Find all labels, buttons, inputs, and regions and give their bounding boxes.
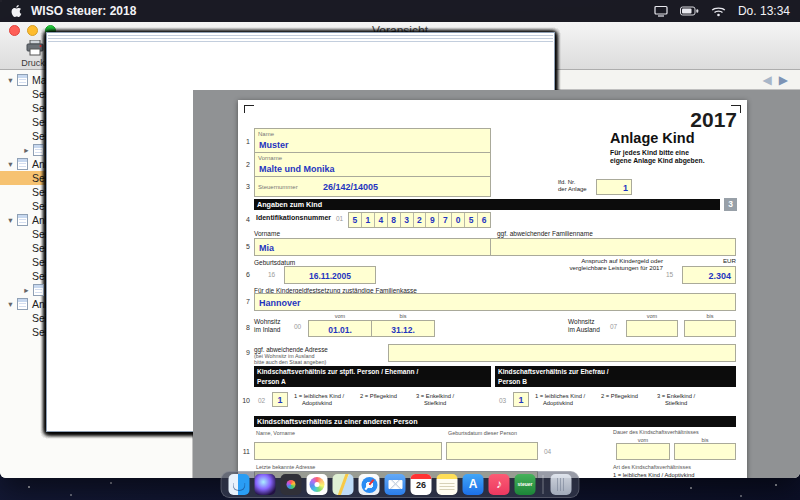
field-label: ggf. abweichender Familienname: [497, 230, 593, 237]
minimize-button[interactable]: [27, 25, 38, 36]
display-status-icon[interactable]: [654, 5, 668, 17]
bis-label: bis: [371, 313, 435, 319]
dock-divider: [543, 475, 544, 494]
field-label: Vorname: [258, 155, 282, 161]
line-number: 1: [238, 138, 250, 145]
line-number: 9: [238, 349, 250, 356]
field-code: 07: [610, 323, 617, 330]
wifi-status-icon[interactable]: [711, 6, 726, 17]
line-number: 10: [238, 397, 250, 404]
printer-icon: [25, 39, 45, 60]
legend: 3 = Enkelkind /: [416, 393, 454, 399]
disclosure-open-icon[interactable]: ▾: [5, 297, 16, 311]
tree-page-item[interactable]: Seite 2: [0, 325, 192, 339]
disclosure-open-icon[interactable]: ▾: [5, 213, 16, 227]
kind-vorname-field[interactable]: Mia: [254, 238, 491, 256]
legend: Adoptivkind: [543, 400, 573, 406]
preview-pane: Anlage Kind: Mia (16.11.2005) Seite 1 ◀ …: [193, 70, 800, 478]
field-label: Dauer des Kindschaftsverhältnisses: [613, 429, 699, 435]
kindergeld-betrag-field[interactable]: 2.304: [682, 266, 736, 284]
field-value: Muster: [259, 140, 289, 150]
inland-vom-field[interactable]: 01.01.: [308, 320, 372, 337]
vom-label: vom: [626, 313, 678, 319]
name-field[interactable]: Name Muster: [254, 128, 491, 153]
line-number: 6: [238, 271, 250, 278]
form-year: 2017: [690, 108, 737, 132]
lfd-field[interactable]: 1: [596, 179, 632, 195]
line-number: 2: [238, 161, 250, 168]
dock-photos-icon[interactable]: [307, 474, 328, 495]
legend: Stiefkind: [424, 400, 446, 406]
kindergeld-label: Anspruch auf Kindergeld oder: [478, 257, 663, 264]
battery-status-icon[interactable]: [680, 6, 699, 16]
dock-steuer-icon[interactable]: steuer: [515, 474, 536, 495]
familienname-field[interactable]: [490, 238, 736, 256]
form-title: Anlage Kind: [610, 130, 695, 146]
ausland-vom-field[interactable]: [626, 320, 678, 337]
legend: Adoptivkind: [302, 400, 332, 406]
form-subtitle: eigene Anlage Kind abgeben.: [610, 157, 705, 164]
disclosure-open-icon[interactable]: ▾: [5, 157, 16, 171]
field-code: 03: [499, 397, 506, 404]
field-label: Geburtsdatum: [254, 259, 295, 266]
preview-canvas: 2017 1 2 3 4 5 6 7 8 9 10 11 Name: [193, 90, 800, 478]
legend: 1 = leibliches Kind /: [535, 393, 585, 399]
line-number: 4: [238, 216, 250, 223]
disclosure-closed-icon[interactable]: ▸: [21, 283, 32, 297]
ausland-bis-field[interactable]: [684, 320, 736, 337]
abweichende-adresse-field[interactable]: [388, 344, 736, 362]
section-header-a: Kindschaftsverhältnis zur stpfl. Person …: [254, 366, 491, 387]
dock-calendar-icon[interactable]: 26: [411, 474, 432, 495]
adresse-label: ggf. abweichende Adresse: [254, 346, 328, 353]
kindschaft-b-field[interactable]: 1: [513, 392, 529, 407]
dock-maps-icon[interactable]: [333, 474, 354, 495]
section-header: Angaben zum Kind: [254, 199, 720, 210]
wohnsitz-label: im Ausland: [568, 326, 600, 333]
next-page-arrow-icon[interactable]: ▶: [779, 73, 788, 87]
andere-person-geburtsdatum-field[interactable]: [446, 442, 538, 460]
disclosure-closed-icon[interactable]: ▸: [21, 143, 32, 157]
close-button[interactable]: [9, 25, 20, 36]
dock-mail-icon[interactable]: [385, 474, 406, 495]
lfd-label: der Anlage: [558, 186, 587, 192]
field-label: Vorname: [254, 230, 280, 237]
dock-finder-icon[interactable]: [229, 474, 250, 495]
andere-person-name-field[interactable]: [254, 442, 442, 460]
idnr-digit-cells[interactable]: 51483297056: [348, 212, 491, 228]
eur-label: EUR: [698, 257, 736, 264]
menubar-clock[interactable]: Do. 13:34: [738, 4, 790, 18]
legend: Stiefkind: [665, 400, 687, 406]
dock-trash-icon[interactable]: [551, 474, 572, 495]
dock-music-icon[interactable]: [489, 474, 510, 495]
kindschaft-a-field[interactable]: 1: [272, 392, 288, 407]
lfd-label: lfd. Nr.: [558, 179, 575, 185]
legend: 1 = leibliches Kind / Adoptivkind: [613, 472, 694, 478]
line-number: 8: [238, 324, 250, 331]
dauer-bis-field[interactable]: [674, 443, 736, 460]
dock-siri-icon[interactable]: [255, 474, 276, 495]
form-icon: [17, 158, 28, 170]
dock-appstore-icon[interactable]: [463, 474, 484, 495]
form-page-badge: 3: [724, 198, 737, 211]
vorname-field[interactable]: Vorname Malte und Monika: [254, 152, 491, 177]
idnr-label: Identifikationsnummer: [256, 214, 331, 221]
legend: 3 = Enkelkind /: [657, 393, 695, 399]
inland-bis-field[interactable]: 31.12.: [371, 320, 435, 337]
geburtsdatum-field[interactable]: 16.11.2005: [284, 266, 376, 284]
vom-label: vom: [308, 313, 372, 319]
prev-page-arrow-icon[interactable]: ◀: [763, 73, 772, 87]
familienkasse-field[interactable]: Hannover: [254, 293, 736, 311]
dock-safari-icon[interactable]: [359, 474, 380, 495]
menubar-app-name[interactable]: WISO steuer: 2018: [31, 4, 136, 18]
apple-menu-icon[interactable]: [10, 4, 22, 18]
field-label: Name, Vorname: [256, 430, 295, 436]
dock-notes-icon[interactable]: [437, 474, 458, 495]
field-value: 01.01.: [309, 325, 371, 335]
dock-launchpad-icon[interactable]: [281, 474, 302, 495]
steuernummer-field[interactable]: Steuernummer 26/142/14005: [254, 176, 491, 197]
dauer-vom-field[interactable]: [616, 443, 670, 460]
field-code: 00: [294, 323, 301, 330]
disclosure-open-icon[interactable]: ▾: [5, 73, 16, 87]
field-value: Mia: [259, 243, 274, 253]
dock: 26 steuer: [221, 471, 580, 498]
